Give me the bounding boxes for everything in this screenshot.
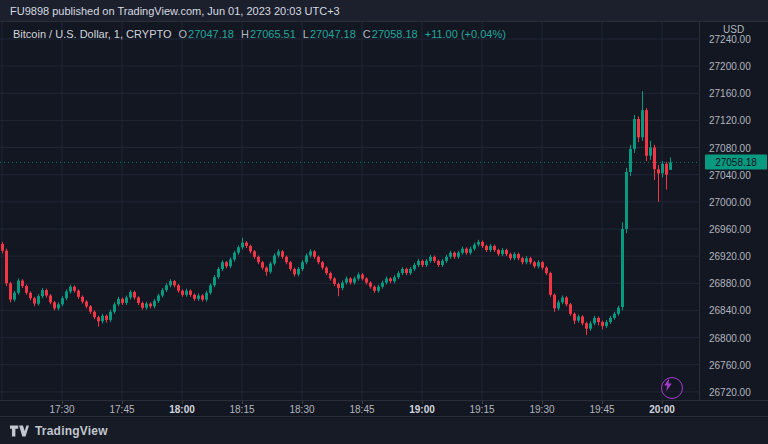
candle-body: [481, 242, 484, 246]
candle-body: [201, 296, 204, 300]
candle-body: [429, 257, 432, 261]
candle-body: [65, 291, 68, 298]
price-axis-label: 27200.00: [709, 61, 751, 72]
candle-body: [525, 258, 528, 262]
candle-body: [521, 258, 524, 262]
time-axis-label: 17:30: [49, 404, 74, 415]
candle-body: [17, 281, 20, 293]
price-axis-label: 27040.00: [709, 169, 751, 180]
candle-body: [229, 260, 232, 267]
candle-body: [473, 245, 476, 249]
candle-body: [209, 285, 212, 293]
candle-body: [505, 250, 508, 254]
price-axis[interactable]: USD 27240.0027200.0027160.0027120.002708…: [701, 22, 768, 400]
candle-body: [253, 251, 256, 256]
price-axis-label: 26760.00: [709, 359, 751, 370]
ohlc-open: O27047.18: [179, 28, 234, 40]
candle-body: [397, 273, 400, 277]
candle-body: [489, 246, 492, 250]
candle-body: [545, 268, 548, 273]
candle-body: [453, 253, 456, 257]
last-price-tag: 27058.18: [705, 155, 767, 170]
candle-body: [333, 279, 336, 284]
candle-body: [553, 295, 556, 309]
candle-body: [581, 317, 584, 324]
candle-body: [177, 285, 180, 290]
candle-body: [465, 249, 468, 253]
candle-body: [5, 251, 8, 284]
candle-body: [409, 269, 412, 273]
candle-body: [77, 291, 80, 297]
candle-body: [189, 291, 192, 295]
candle-body: [117, 299, 120, 304]
candle-body: [121, 299, 124, 303]
candle-body: [81, 297, 84, 302]
price-axis-label: 27080.00: [709, 142, 751, 153]
candle-body: [661, 164, 664, 174]
candlestick-chart[interactable]: [0, 22, 700, 400]
candle-body: [149, 304, 152, 307]
candle-body: [221, 262, 224, 269]
candle-body: [45, 290, 48, 295]
candle-body: [93, 312, 96, 317]
candle-body: [577, 317, 580, 321]
candle-body: [241, 243, 244, 248]
tradingview-snapshot: FU9898 published on TradingView.com, Jun…: [0, 0, 768, 444]
chart-legend: Bitcoin / U.S. Dollar, 1, CRYPTO O27047.…: [13, 27, 506, 41]
candle-body: [257, 257, 260, 262]
candle-body: [389, 279, 392, 282]
candle-body: [33, 298, 36, 303]
candle-body: [325, 268, 328, 273]
price-axis-label: 27240.00: [709, 34, 751, 45]
brand-name[interactable]: TradingView: [35, 424, 108, 438]
candle-body: [621, 229, 624, 307]
candle-body: [269, 264, 272, 272]
candle-body: [557, 302, 560, 308]
price-axis-label: 26720.00: [709, 386, 751, 397]
candle-body: [549, 273, 552, 295]
publisher-bar: FU9898 published on TradingView.com, Jun…: [0, 0, 768, 22]
candle-body: [585, 323, 588, 328]
candle-body: [37, 296, 40, 304]
realtime-flash-button[interactable]: [661, 377, 683, 399]
time-axis-label: 20:00: [649, 404, 675, 415]
candle-body: [137, 298, 140, 303]
candle-body: [445, 257, 448, 261]
candle-body: [449, 253, 452, 257]
change-badge: +11.00 (+0.04%): [425, 28, 506, 40]
candle-body: [609, 318, 612, 322]
candle-body: [541, 262, 544, 267]
candle-body: [41, 290, 44, 296]
candle-body: [249, 246, 252, 251]
tradingview-logo-icon[interactable]: [10, 425, 29, 437]
publisher-text: FU9898 published on TradingView.com, Jun…: [10, 5, 340, 17]
price-axis-label: 26960.00: [709, 224, 751, 235]
candle-body: [461, 249, 464, 253]
candle-body: [305, 256, 308, 263]
time-axis[interactable]: 17:3017:4518:0018:1518:3018:4519:0019:15…: [0, 400, 768, 417]
candle-body: [613, 314, 616, 318]
candle-body: [501, 250, 504, 254]
candle-body: [25, 286, 28, 293]
candle-body: [281, 251, 284, 256]
symbol-title[interactable]: Bitcoin / U.S. Dollar, 1, CRYPTO: [13, 28, 172, 40]
time-axis-label: 18:15: [229, 404, 254, 415]
candle-body: [297, 269, 300, 274]
candle-body: [601, 322, 604, 326]
candle-body: [277, 251, 280, 255]
candle-body: [593, 318, 596, 323]
candle-body: [617, 308, 620, 314]
candle-body: [317, 257, 320, 262]
chart-pane[interactable]: Bitcoin / U.S. Dollar, 1, CRYPTO O27047.…: [0, 22, 700, 400]
candle-body: [573, 314, 576, 321]
candle-body: [329, 273, 332, 278]
candle-body: [477, 242, 480, 245]
candle-body: [569, 304, 572, 314]
candle-body: [217, 269, 220, 277]
candle-body: [373, 287, 376, 291]
candle-body: [133, 292, 136, 297]
candle-body: [645, 110, 648, 156]
candle-body: [125, 298, 128, 303]
candle-body: [237, 247, 240, 252]
candle-body: [69, 287, 72, 292]
